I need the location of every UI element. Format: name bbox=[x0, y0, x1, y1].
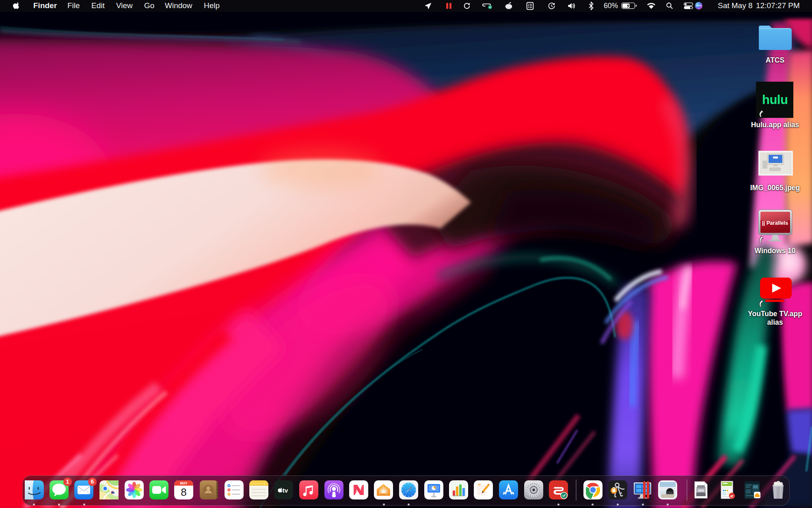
svg-text:MAY: MAY bbox=[180, 481, 187, 485]
svg-text:|| Parallels: || Parallels bbox=[762, 220, 788, 226]
svg-text:8: 8 bbox=[181, 486, 186, 498]
svg-text:tv: tv bbox=[283, 487, 288, 494]
svg-text:“: “ bbox=[478, 482, 481, 488]
